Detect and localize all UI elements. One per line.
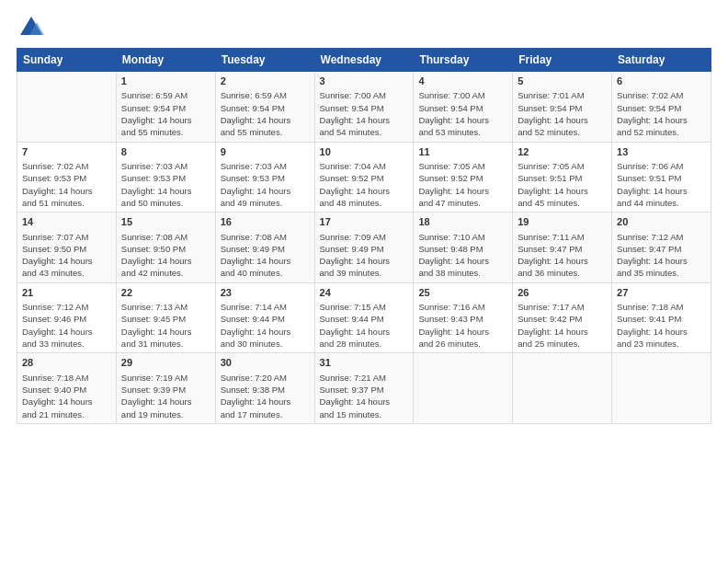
day-info: Sunrise: 7:11 AM Sunset: 9:47 PM Dayligh… bbox=[518, 232, 588, 279]
day-info: Sunrise: 7:08 AM Sunset: 9:50 PM Dayligh… bbox=[121, 232, 192, 279]
day-number: 11 bbox=[418, 145, 507, 159]
calendar-cell: 5Sunrise: 7:01 AM Sunset: 9:54 PM Daylig… bbox=[513, 72, 612, 143]
day-number: 21 bbox=[22, 286, 111, 300]
day-number: 25 bbox=[418, 286, 507, 300]
calendar-cell: 10Sunrise: 7:04 AM Sunset: 9:52 PM Dayli… bbox=[314, 142, 414, 213]
calendar-cell: 15Sunrise: 7:08 AM Sunset: 9:50 PM Dayli… bbox=[116, 213, 215, 283]
logo-icon bbox=[18, 15, 44, 40]
day-info: Sunrise: 7:03 AM Sunset: 9:53 PM Dayligh… bbox=[221, 161, 291, 208]
day-number: 24 bbox=[320, 286, 409, 300]
day-number: 6 bbox=[617, 75, 706, 88]
calendar-cell: 28Sunrise: 7:18 AM Sunset: 9:40 PM Dayli… bbox=[17, 353, 117, 424]
page: SundayMondayTuesdayWednesdayThursdayFrid… bbox=[0, 0, 728, 563]
calendar-cell: 3Sunrise: 7:00 AM Sunset: 9:54 PM Daylig… bbox=[314, 72, 414, 143]
day-number: 26 bbox=[518, 286, 607, 300]
day-number: 5 bbox=[518, 75, 607, 88]
calendar-cell: 9Sunrise: 7:03 AM Sunset: 9:53 PM Daylig… bbox=[215, 142, 314, 213]
calendar-cell: 11Sunrise: 7:05 AM Sunset: 9:52 PM Dayli… bbox=[414, 142, 513, 213]
calendar-cell: 12Sunrise: 7:05 AM Sunset: 9:51 PM Dayli… bbox=[513, 142, 612, 213]
day-number: 13 bbox=[617, 145, 706, 159]
day-number: 22 bbox=[121, 286, 210, 300]
calendar-cell: 31Sunrise: 7:21 AM Sunset: 9:37 PM Dayli… bbox=[314, 353, 414, 424]
day-number: 29 bbox=[121, 356, 210, 370]
logo bbox=[17, 15, 44, 40]
calendar-cell: 21Sunrise: 7:12 AM Sunset: 9:46 PM Dayli… bbox=[17, 282, 117, 353]
day-info: Sunrise: 7:05 AM Sunset: 9:52 PM Dayligh… bbox=[418, 161, 489, 208]
day-info: Sunrise: 7:03 AM Sunset: 9:53 PM Dayligh… bbox=[121, 161, 192, 208]
day-info: Sunrise: 7:16 AM Sunset: 9:43 PM Dayligh… bbox=[418, 302, 489, 349]
calendar-cell bbox=[612, 353, 711, 424]
day-info: Sunrise: 7:05 AM Sunset: 9:51 PM Dayligh… bbox=[518, 161, 588, 208]
calendar-cell: 2Sunrise: 6:59 AM Sunset: 9:54 PM Daylig… bbox=[215, 72, 314, 143]
calendar-cell: 24Sunrise: 7:15 AM Sunset: 9:44 PM Dayli… bbox=[314, 282, 414, 353]
day-info: Sunrise: 7:21 AM Sunset: 9:37 PM Dayligh… bbox=[320, 373, 391, 419]
calendar-cell: 6Sunrise: 7:02 AM Sunset: 9:54 PM Daylig… bbox=[612, 72, 711, 143]
day-info: Sunrise: 7:08 AM Sunset: 9:49 PM Dayligh… bbox=[221, 232, 291, 279]
day-number: 9 bbox=[221, 145, 310, 159]
day-number: 2 bbox=[221, 75, 310, 88]
day-number: 1 bbox=[121, 75, 210, 88]
day-number: 8 bbox=[121, 145, 210, 159]
calendar-week-1: 1Sunrise: 6:59 AM Sunset: 9:54 PM Daylig… bbox=[17, 72, 711, 143]
day-info: Sunrise: 7:07 AM Sunset: 9:50 PM Dayligh… bbox=[22, 232, 93, 279]
calendar-cell: 18Sunrise: 7:10 AM Sunset: 9:48 PM Dayli… bbox=[414, 213, 513, 283]
calendar-week-5: 28Sunrise: 7:18 AM Sunset: 9:40 PM Dayli… bbox=[17, 353, 711, 424]
calendar-week-3: 14Sunrise: 7:07 AM Sunset: 9:50 PM Dayli… bbox=[17, 213, 711, 283]
weekday-sunday: Sunday bbox=[17, 49, 117, 72]
day-number: 23 bbox=[221, 286, 310, 300]
day-info: Sunrise: 7:14 AM Sunset: 9:44 PM Dayligh… bbox=[221, 302, 291, 349]
weekday-friday: Friday bbox=[513, 49, 612, 72]
weekday-saturday: Saturday bbox=[612, 49, 711, 72]
day-number: 4 bbox=[418, 75, 507, 88]
calendar-cell: 4Sunrise: 7:00 AM Sunset: 9:54 PM Daylig… bbox=[414, 72, 513, 143]
weekday-monday: Monday bbox=[116, 49, 215, 72]
weekday-header-row: SundayMondayTuesdayWednesdayThursdayFrid… bbox=[17, 49, 711, 72]
calendar-cell: 20Sunrise: 7:12 AM Sunset: 9:47 PM Dayli… bbox=[612, 213, 711, 283]
calendar-cell: 25Sunrise: 7:16 AM Sunset: 9:43 PM Dayli… bbox=[414, 282, 513, 353]
day-number: 28 bbox=[22, 356, 111, 370]
day-info: Sunrise: 7:12 AM Sunset: 9:46 PM Dayligh… bbox=[22, 302, 93, 349]
day-info: Sunrise: 7:18 AM Sunset: 9:40 PM Dayligh… bbox=[22, 373, 93, 419]
calendar-cell: 16Sunrise: 7:08 AM Sunset: 9:49 PM Dayli… bbox=[215, 213, 314, 283]
day-info: Sunrise: 7:02 AM Sunset: 9:53 PM Dayligh… bbox=[22, 161, 93, 208]
day-info: Sunrise: 7:10 AM Sunset: 9:48 PM Dayligh… bbox=[418, 232, 489, 279]
calendar-cell: 8Sunrise: 7:03 AM Sunset: 9:53 PM Daylig… bbox=[116, 142, 215, 213]
day-number: 3 bbox=[320, 75, 409, 88]
weekday-thursday: Thursday bbox=[414, 49, 513, 72]
day-number: 20 bbox=[617, 215, 706, 229]
day-info: Sunrise: 7:02 AM Sunset: 9:54 PM Dayligh… bbox=[617, 90, 688, 137]
day-info: Sunrise: 7:19 AM Sunset: 9:39 PM Dayligh… bbox=[121, 373, 192, 419]
calendar-cell: 30Sunrise: 7:20 AM Sunset: 9:38 PM Dayli… bbox=[215, 353, 314, 424]
calendar-table: SundayMondayTuesdayWednesdayThursdayFrid… bbox=[17, 48, 711, 424]
calendar-cell: 1Sunrise: 6:59 AM Sunset: 9:54 PM Daylig… bbox=[116, 72, 215, 143]
day-info: Sunrise: 7:12 AM Sunset: 9:47 PM Dayligh… bbox=[617, 232, 688, 279]
day-number: 17 bbox=[320, 215, 409, 229]
weekday-wednesday: Wednesday bbox=[314, 49, 414, 72]
day-info: Sunrise: 7:17 AM Sunset: 9:42 PM Dayligh… bbox=[518, 302, 588, 349]
day-info: Sunrise: 7:20 AM Sunset: 9:38 PM Dayligh… bbox=[221, 373, 291, 419]
day-number: 19 bbox=[518, 215, 607, 229]
day-info: Sunrise: 7:00 AM Sunset: 9:54 PM Dayligh… bbox=[320, 90, 391, 137]
calendar-cell: 29Sunrise: 7:19 AM Sunset: 9:39 PM Dayli… bbox=[116, 353, 215, 424]
calendar-cell bbox=[513, 353, 612, 424]
day-number: 27 bbox=[617, 286, 706, 300]
day-number: 12 bbox=[518, 145, 607, 159]
calendar-cell bbox=[17, 72, 117, 143]
day-info: Sunrise: 6:59 AM Sunset: 9:54 PM Dayligh… bbox=[221, 90, 291, 137]
day-info: Sunrise: 7:09 AM Sunset: 9:49 PM Dayligh… bbox=[320, 232, 391, 279]
day-info: Sunrise: 7:01 AM Sunset: 9:54 PM Dayligh… bbox=[518, 90, 588, 137]
day-number: 30 bbox=[221, 356, 310, 370]
day-info: Sunrise: 7:04 AM Sunset: 9:52 PM Dayligh… bbox=[320, 161, 391, 208]
day-number: 10 bbox=[320, 145, 409, 159]
header bbox=[17, 15, 711, 40]
calendar-cell: 23Sunrise: 7:14 AM Sunset: 9:44 PM Dayli… bbox=[215, 282, 314, 353]
weekday-tuesday: Tuesday bbox=[215, 49, 314, 72]
day-info: Sunrise: 7:13 AM Sunset: 9:45 PM Dayligh… bbox=[121, 302, 192, 349]
calendar-week-4: 21Sunrise: 7:12 AM Sunset: 9:46 PM Dayli… bbox=[17, 282, 711, 353]
day-info: Sunrise: 7:18 AM Sunset: 9:41 PM Dayligh… bbox=[617, 302, 688, 349]
day-number: 15 bbox=[121, 215, 210, 229]
calendar-cell: 7Sunrise: 7:02 AM Sunset: 9:53 PM Daylig… bbox=[17, 142, 117, 213]
calendar-cell: 19Sunrise: 7:11 AM Sunset: 9:47 PM Dayli… bbox=[513, 213, 612, 283]
day-number: 31 bbox=[320, 356, 409, 370]
day-info: Sunrise: 6:59 AM Sunset: 9:54 PM Dayligh… bbox=[121, 90, 192, 137]
